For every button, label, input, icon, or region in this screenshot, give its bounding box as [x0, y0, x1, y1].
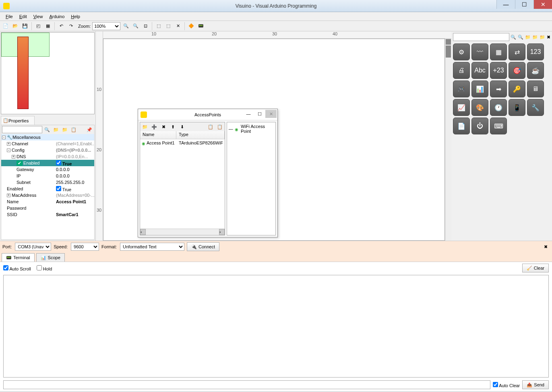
prop-row-password[interactable]: Password	[1, 205, 94, 211]
prop-row-enabled[interactable]: Enabled True	[1, 186, 94, 192]
palette-item-11[interactable]: 📊	[471, 80, 488, 97]
terminal-output[interactable]	[3, 275, 549, 378]
prop-category-misc[interactable]: -🔧 Miscellaneous	[1, 134, 94, 140]
hold-check[interactable]: Hold	[37, 265, 52, 271]
close-button[interactable]: ✕	[533, 0, 552, 9]
group-icon[interactable]: ⬚	[155, 22, 163, 30]
menu-file[interactable]: File	[2, 13, 16, 20]
dialog-scrollbar-h[interactable]: ‹ ›	[140, 229, 225, 235]
menu-help[interactable]: Help	[68, 13, 83, 20]
snap-button[interactable]: ◰	[34, 22, 42, 30]
send-button[interactable]: 📤 Send	[522, 380, 549, 389]
dlg-copy-icon[interactable]: 📋	[207, 123, 215, 131]
clear-button[interactable]: 🧹 Clear	[522, 264, 549, 272]
zoom-in-icon[interactable]: 🔍	[122, 22, 130, 30]
tree-item-wifi-ap[interactable]: — WiFi Access Point	[227, 122, 275, 135]
palette-exp2-icon[interactable]: 📁	[532, 33, 538, 41]
properties-tab[interactable]: 📋 Properties	[1, 116, 35, 125]
dlg-delete-icon[interactable]: ✖	[159, 123, 167, 131]
scroll-thumb[interactable]	[446, 45, 451, 58]
dlg-add-icon[interactable]: 📁	[141, 123, 149, 131]
prop-row-config[interactable]: -Config(DNS=(IP=0.0.0...	[1, 147, 94, 153]
col-type[interactable]: Type	[176, 131, 225, 139]
prop-row-name[interactable]: NameAccess Point1	[1, 198, 94, 205]
scroll-left-icon[interactable]: ‹	[140, 229, 146, 235]
palette-item-4[interactable]: 123	[527, 43, 544, 60]
menu-view[interactable]: View	[30, 13, 46, 20]
prop-row-channel[interactable]: +Channel(Channel=1,Enabl...	[1, 140, 94, 147]
prop-expand-icon[interactable]: 📁	[52, 126, 60, 134]
zoom-select[interactable]: 100%	[92, 22, 120, 30]
dialog-titlebar[interactable]: AccessPoints — ☐ ✕	[138, 109, 277, 120]
upload-icon[interactable]: 🔶	[187, 22, 195, 30]
save-button[interactable]: 💾	[21, 22, 29, 30]
palette-item-9[interactable]: ☕	[527, 62, 544, 79]
palette-item-12[interactable]: ➡	[490, 80, 507, 97]
delete-icon[interactable]: ✕	[174, 22, 182, 30]
ungroup-icon[interactable]: ⬚	[164, 22, 172, 30]
palette-item-22[interactable]: ⌨	[490, 118, 507, 134]
undo-button[interactable]: ↶	[57, 22, 65, 30]
redo-button[interactable]: ↷	[67, 22, 75, 30]
prop-row-dns[interactable]: +DNS(IP=0.0.0.0,En...	[1, 153, 94, 160]
scrollbar-vertical[interactable]	[445, 39, 451, 241]
palette-item-1[interactable]: 〰	[471, 43, 488, 60]
auto-clear-check[interactable]: Auto Clear	[493, 382, 520, 388]
zoom-out-icon[interactable]: 🔍	[132, 22, 140, 30]
prop-pin-icon[interactable]: 📌	[85, 126, 93, 134]
dlg-up-icon[interactable]: ⬆	[169, 123, 177, 131]
palette-item-0[interactable]: ⚙	[453, 43, 470, 60]
palette-item-19[interactable]: 🔧	[527, 99, 544, 116]
prop-row-ip[interactable]: IP0.0.0.0	[1, 173, 94, 179]
minimize-button[interactable]: —	[496, 0, 515, 9]
palette-item-8[interactable]: 🎯	[509, 62, 525, 79]
dlg-paste-icon[interactable]: 📋	[216, 123, 224, 131]
prop-row-ssid[interactable]: SSIDSmartCar1	[1, 211, 94, 218]
menu-edit[interactable]: Edit	[16, 13, 30, 20]
dlg-add2-icon[interactable]: ➕	[150, 123, 158, 131]
menu-arduino[interactable]: Arduino	[46, 13, 68, 20]
new-button[interactable]: 📄	[2, 22, 10, 30]
palette-tool-icon[interactable]: ✖	[546, 33, 551, 41]
overview-panel[interactable]	[1, 32, 95, 114]
palette-item-17[interactable]: 🕐	[490, 99, 507, 116]
zoom-fit-icon[interactable]: ⊡	[141, 22, 149, 30]
dlg-down-icon[interactable]: ⬇	[178, 123, 186, 131]
palette-item-20[interactable]: 📄	[453, 118, 470, 134]
palette-filter-icon[interactable]: 🔍	[510, 33, 517, 41]
terminal-input[interactable]	[3, 380, 490, 389]
grid-button[interactable]: ▦	[44, 22, 52, 30]
palette-item-18[interactable]: 📱	[509, 99, 525, 116]
palette-item-10[interactable]: 🎮	[453, 80, 470, 97]
palette-item-13[interactable]: 🔑	[509, 80, 525, 97]
prop-row-gateway[interactable]: Gateway0.0.0.0	[1, 166, 94, 173]
palette-sort-icon[interactable]: 🔍	[517, 33, 524, 41]
palette-item-16[interactable]: 🎨	[471, 99, 488, 116]
auto-scroll-check[interactable]: Auto Scroll	[3, 265, 31, 271]
speed-select[interactable]: 9600	[71, 243, 99, 251]
connect-button[interactable]: 🔌 Connect	[187, 242, 219, 251]
prop-row-subnet[interactable]: Subnet255.255.255.0	[1, 179, 94, 186]
tab-terminal[interactable]: 📟 Terminal	[2, 253, 35, 262]
palette-item-7[interactable]: +23	[490, 62, 507, 79]
palette-search[interactable]	[453, 33, 509, 41]
port-select[interactable]: COM3 (Unava	[15, 243, 51, 251]
dialog-minimize-button[interactable]: —	[243, 110, 254, 118]
format-select[interactable]: Unformatted Text	[120, 243, 184, 251]
prop-collapse-icon[interactable]: 📁	[61, 126, 69, 134]
maximize-button[interactable]: ☐	[515, 0, 533, 9]
prop-row-macaddress[interactable]: +MacAddress(MacAddress=00-...	[1, 192, 94, 198]
dialog-close-button[interactable]: ✕	[265, 110, 277, 118]
dialog-maximize-button[interactable]: ☐	[254, 110, 265, 118]
palette-exp1-icon[interactable]: 📁	[525, 33, 531, 41]
palette-item-6[interactable]: Abc	[471, 62, 488, 79]
dialog-list-row[interactable]: Access Point1 TArduinoESP8266WiF	[140, 139, 225, 146]
scroll-up-icon[interactable]	[446, 39, 451, 45]
prop-filter-icon[interactable]: 🔍	[43, 126, 51, 134]
scroll-right-icon[interactable]: ›	[219, 229, 225, 235]
palette-item-14[interactable]: 🖥	[527, 80, 544, 97]
prop-row-enabled[interactable]: ✔Enabled True	[1, 160, 94, 166]
terminal-tools-icon[interactable]: ✖	[542, 243, 550, 251]
palette-exp3-icon[interactable]: 📁	[539, 33, 546, 41]
palette-item-21[interactable]: ⏻	[471, 118, 488, 134]
